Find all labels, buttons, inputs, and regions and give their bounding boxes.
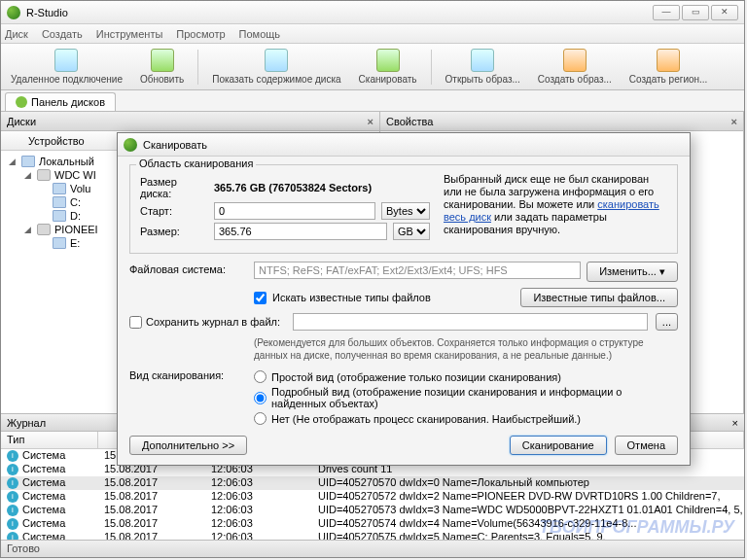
dialog-titlebar[interactable]: Сканировать bbox=[118, 133, 690, 157]
change-fs-button[interactable]: Изменить... ▾ bbox=[587, 262, 678, 282]
known-types-button[interactable]: Известные типы файлов... bbox=[520, 288, 678, 307]
menu-create[interactable]: Создать bbox=[42, 28, 83, 40]
start-input[interactable] bbox=[214, 202, 375, 220]
tree-col-device: Устройство bbox=[28, 135, 85, 147]
journal-row[interactable]: iСистема15.08.201712:06:03UID=405270573 … bbox=[1, 504, 744, 517]
titlebar[interactable]: R-Studio — ▭ ✕ bbox=[1, 1, 744, 24]
tb-remote[interactable]: Удаленное подключение bbox=[7, 47, 126, 87]
journal-row[interactable]: iСистема15.08.201712:06:03UID=405270570 … bbox=[1, 476, 744, 490]
tb-refresh[interactable]: Обновить bbox=[136, 47, 188, 87]
toolbar: Удаленное подключение Обновить Показать … bbox=[1, 44, 744, 90]
journal-row[interactable]: iСистема15.08.201712:06:03UID=405270572 … bbox=[1, 490, 744, 504]
disks-title: Диски bbox=[7, 116, 36, 127]
browse-button[interactable]: ... bbox=[656, 313, 678, 331]
tb-create-region[interactable]: Создать регион... bbox=[625, 47, 712, 87]
minimize-button[interactable]: — bbox=[653, 5, 680, 20]
tb-create-image[interactable]: Создать образ... bbox=[534, 47, 616, 87]
scan-button[interactable]: Сканирование bbox=[510, 436, 607, 455]
journal-row[interactable]: iСистема15.08.201712:06:03UID=405270574 … bbox=[1, 517, 744, 531]
scan-info-text: Выбранный диск еще не был сканирован или… bbox=[444, 173, 667, 243]
close-icon[interactable]: × bbox=[732, 417, 738, 429]
disk-size-value: 365.76 GB (767053824 Sectors) bbox=[214, 182, 372, 193]
save-journal-checkbox[interactable] bbox=[129, 316, 142, 329]
statusbar: Готово bbox=[1, 540, 744, 557]
journal-title: Журнал bbox=[7, 417, 46, 429]
tab-icon bbox=[16, 96, 27, 108]
app-title: R-Studio bbox=[26, 7, 68, 18]
size-unit-select[interactable]: GB bbox=[393, 223, 430, 240]
menu-tools[interactable]: Инструменты bbox=[96, 28, 163, 40]
tab-disk-panel[interactable]: Панель дисков bbox=[5, 92, 116, 111]
menu-disk[interactable]: Диск bbox=[5, 28, 28, 40]
known-types-checkbox[interactable] bbox=[254, 292, 267, 304]
dialog-title: Сканировать bbox=[143, 139, 207, 151]
panel-tabs: Панель дисков bbox=[1, 90, 744, 112]
close-button[interactable]: ✕ bbox=[711, 5, 738, 20]
advanced-button[interactable]: Дополнительно >> bbox=[129, 436, 247, 455]
menubar: Диск Создать Инструменты Просмотр Помощь bbox=[1, 24, 744, 44]
view-detail-radio[interactable] bbox=[254, 392, 267, 404]
view-simple-radio[interactable] bbox=[254, 370, 267, 383]
maximize-button[interactable]: ▭ bbox=[682, 5, 709, 20]
size-input[interactable] bbox=[214, 223, 387, 240]
scan-dialog: Сканировать Область сканирования Размер … bbox=[117, 132, 691, 466]
dialog-icon bbox=[124, 138, 137, 152]
close-icon[interactable]: × bbox=[731, 116, 737, 127]
menu-view[interactable]: Просмотр bbox=[176, 28, 225, 40]
view-none-radio[interactable] bbox=[254, 412, 267, 425]
filesystem-input[interactable] bbox=[254, 262, 581, 279]
scan-area-group: Область сканирования Размер диска:365.76… bbox=[129, 164, 678, 254]
menu-help[interactable]: Помощь bbox=[239, 28, 281, 40]
props-title: Свойства bbox=[386, 116, 433, 127]
close-icon[interactable]: × bbox=[368, 116, 374, 127]
tb-show-content[interactable]: Показать содержимое диска bbox=[208, 47, 344, 87]
tb-scan[interactable]: Сканировать bbox=[355, 47, 421, 87]
tb-open-image[interactable]: Открыть образ... bbox=[442, 47, 524, 87]
save-path-input[interactable] bbox=[293, 313, 648, 331]
app-icon bbox=[7, 6, 20, 19]
cancel-button[interactable]: Отмена bbox=[615, 436, 678, 455]
start-unit-select[interactable]: Bytes bbox=[381, 202, 430, 220]
